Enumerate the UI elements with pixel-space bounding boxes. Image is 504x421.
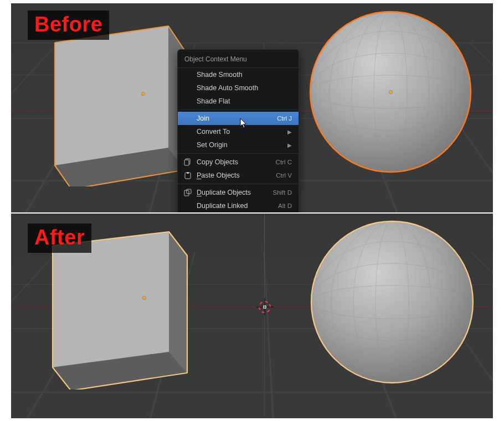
menu-item-label: Set Origin <box>197 141 283 149</box>
duplicate-icon <box>183 188 192 197</box>
menu-item-label: Duplicate Linked <box>197 202 278 210</box>
3d-cursor-icon <box>259 301 271 313</box>
svg-point-22 <box>311 221 473 383</box>
menu-copy-objects[interactable]: Copy Objects Ctrl C <box>178 155 299 169</box>
svg-marker-1 <box>55 26 168 165</box>
menu-shade-smooth[interactable]: Shade Smooth <box>178 68 299 81</box>
menu-item-label: Duplicate Objects <box>197 189 272 196</box>
menu-item-shortcut: Ctrl J <box>277 115 292 122</box>
paste-icon <box>183 171 192 180</box>
mesh-joined-sphere[interactable] <box>309 219 475 385</box>
menu-item-label: Shade Smooth <box>197 71 292 79</box>
overlay-label-before: Before <box>28 11 109 40</box>
svg-rect-13 <box>184 160 189 165</box>
context-menu-title: Object Context Menu <box>178 52 299 68</box>
menu-shade-auto-smooth[interactable]: Shade Auto Smooth <box>178 81 299 95</box>
mouse-cursor-icon <box>240 118 248 129</box>
viewport-after[interactable]: After <box>11 214 493 418</box>
submenu-arrow-icon: ▶ <box>283 129 292 135</box>
origin-dot <box>389 91 392 93</box>
menu-set-origin[interactable]: Set Origin ▶ <box>178 138 299 152</box>
menu-paste-objects[interactable]: Paste Objects Ctrl V <box>178 169 299 182</box>
submenu-arrow-icon: ▶ <box>283 142 292 148</box>
menu-join[interactable]: Join Ctrl J <box>178 112 299 125</box>
menu-item-shortcut: Ctrl C <box>276 159 292 165</box>
menu-shade-flat[interactable]: Shade Flat <box>178 95 299 108</box>
menu-item-label: Shade Auto Smooth <box>197 84 292 92</box>
viewport-before[interactable]: Object Context Menu Shade Smooth Shade A… <box>11 3 493 212</box>
svg-rect-15 <box>187 172 189 174</box>
menu-separator <box>178 110 299 110</box>
object-context-menu[interactable]: Object Context Menu Shade Smooth Shade A… <box>177 49 299 212</box>
menu-item-shortcut: Shift D <box>272 189 292 196</box>
origin-dot <box>142 92 145 95</box>
axis-y <box>264 214 265 418</box>
menu-convert-to[interactable]: Convert To ▶ <box>178 125 299 138</box>
menu-item-shortcut: Ctrl V <box>276 172 292 179</box>
menu-separator <box>178 153 299 154</box>
menu-duplicate-objects[interactable]: Duplicate Objects Shift D <box>178 186 299 199</box>
menu-separator <box>178 184 299 184</box>
menu-item-label: Paste Objects <box>197 171 276 179</box>
overlay-label-after: After <box>28 224 91 253</box>
paste-rest: aste Objects <box>201 171 239 179</box>
menu-item-label: Copy Objects <box>197 158 276 166</box>
menu-duplicate-linked[interactable]: Duplicate Linked Alt D <box>178 199 299 212</box>
menu-item-shortcut: Alt D <box>278 202 292 209</box>
menu-item-label: Convert To <box>197 128 283 136</box>
copy-icon <box>183 158 192 167</box>
menu-item-label: Join <box>197 115 277 122</box>
origin-dot <box>143 297 146 299</box>
mesh-sphere[interactable] <box>307 9 474 175</box>
menu-item-label: Shade Flat <box>197 97 292 105</box>
